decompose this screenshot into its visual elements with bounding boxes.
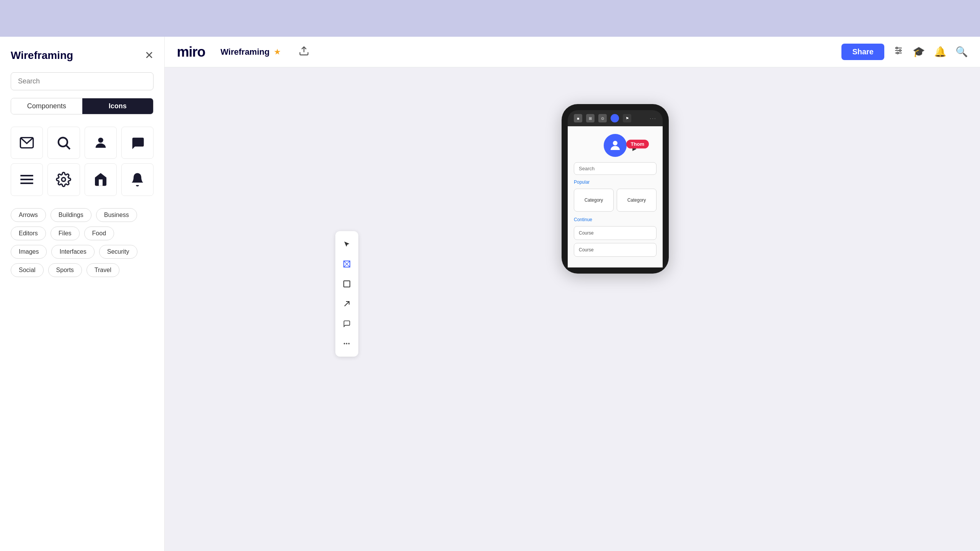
svg-point-14 [62,178,65,181]
svg-point-10 [98,138,103,143]
note-tool[interactable] [338,276,355,292]
phone-more-dots[interactable]: ··· [650,115,657,121]
svg-point-5 [899,50,901,51]
tab-components[interactable]: Components [11,98,82,114]
phone-tool-grid[interactable]: ⊞ [586,114,595,122]
svg-point-8 [59,138,67,147]
miro-header: miro Wireframing ★ Share 🎓 🔔 🔍 [165,37,980,67]
popular-link[interactable]: Popular [574,179,657,185]
panel-header: Wireframing ✕ [11,49,154,62]
icon-grid [11,127,154,196]
phone-toolbar: ■ ⊞ ⊙ ⚑ ··· [568,110,663,126]
bell-icon-cell[interactable] [121,163,154,196]
user-icon-cell[interactable] [85,127,117,159]
email-icon-cell[interactable] [11,127,43,159]
tag-images[interactable]: Images [11,245,47,259]
tag-files[interactable]: Files [51,227,80,240]
svg-rect-18 [344,281,350,287]
sliders-icon[interactable] [893,46,903,58]
tag-food[interactable]: Food [84,227,114,240]
course-item-2[interactable]: Course [574,243,657,257]
home-icon-cell[interactable] [85,163,117,196]
category-card-1[interactable]: Category [574,189,614,212]
panel-title: Wireframing [11,49,73,62]
phone-search-bar[interactable]: Search [574,162,657,175]
star-icon: ★ [274,48,280,56]
svg-line-19 [345,302,349,306]
svg-point-4 [896,47,898,49]
thom-badge: Thom [626,140,649,148]
phone-container: ■ ⊞ ⊙ ⚑ ··· ▶ Thom [562,104,669,274]
course-item-1[interactable]: Course [574,226,657,240]
header-right: Share 🎓 🔔 🔍 [841,44,968,60]
notification-icon[interactable]: 🔔 [934,46,946,58]
arrow-tool[interactable] [338,295,355,312]
category-card-2[interactable]: Category [617,189,657,212]
tag-editors[interactable]: Editors [11,227,46,240]
phone-tool-blue[interactable] [611,114,619,122]
left-panel: Wireframing ✕ Components Icons [0,37,165,551]
category-tags: Arrows Buildings Business Editors Files … [11,208,154,277]
upload-button[interactable] [292,42,315,62]
global-search-icon[interactable]: 🔍 [956,46,968,58]
phone-content: ▶ Thom Search Popular Category Category … [568,126,663,267]
canvas-area: ••• ■ ⊞ ⊙ ⚑ ··· [165,37,980,551]
svg-line-9 [67,146,70,149]
share-button[interactable]: Share [841,44,884,60]
svg-point-6 [897,52,898,54]
cursor-tool[interactable] [338,236,355,253]
tab-icons[interactable]: Icons [82,98,154,114]
tag-social[interactable]: Social [11,263,44,277]
category-cards: Category Category [574,189,657,212]
phone-tool-flag[interactable]: ⚑ [623,114,631,122]
settings-icon-cell[interactable] [47,163,80,196]
svg-point-20 [613,141,617,145]
phone-tool-circle[interactable]: ⊙ [598,114,607,122]
tag-interfaces[interactable]: Interfaces [51,245,94,259]
tag-sports[interactable]: Sports [48,263,82,277]
close-button[interactable]: ✕ [145,49,154,62]
tag-business[interactable]: Business [96,208,137,222]
miro-logo: miro [177,44,205,60]
search-icon-cell[interactable] [47,127,80,159]
menu-icon-cell[interactable] [11,163,43,196]
continue-link[interactable]: Continue [574,217,657,222]
chat-icon-cell[interactable] [121,127,154,159]
avatar [604,134,627,157]
search-input[interactable] [11,72,154,90]
more-tools[interactable]: ••• [338,335,355,352]
board-title: Wireframing [220,47,270,57]
phone-mockup: ■ ⊞ ⊙ ⚑ ··· ▶ Thom [562,104,669,274]
tabs: Components Icons [11,98,154,114]
avatar-section: ▶ Thom [574,134,657,157]
tag-buildings[interactable]: Buildings [51,208,91,222]
tag-security[interactable]: Security [99,245,137,259]
graduation-icon[interactable]: 🎓 [913,46,925,58]
comment-tool[interactable] [338,315,355,332]
vertical-toolbar: ••• [335,231,358,357]
tag-arrows[interactable]: Arrows [11,208,46,222]
tag-travel[interactable]: Travel [87,263,119,277]
select-tool[interactable] [338,256,355,272]
phone-tool-square[interactable]: ■ [574,114,582,122]
board-name-btn[interactable]: Wireframing ★ [214,44,286,60]
